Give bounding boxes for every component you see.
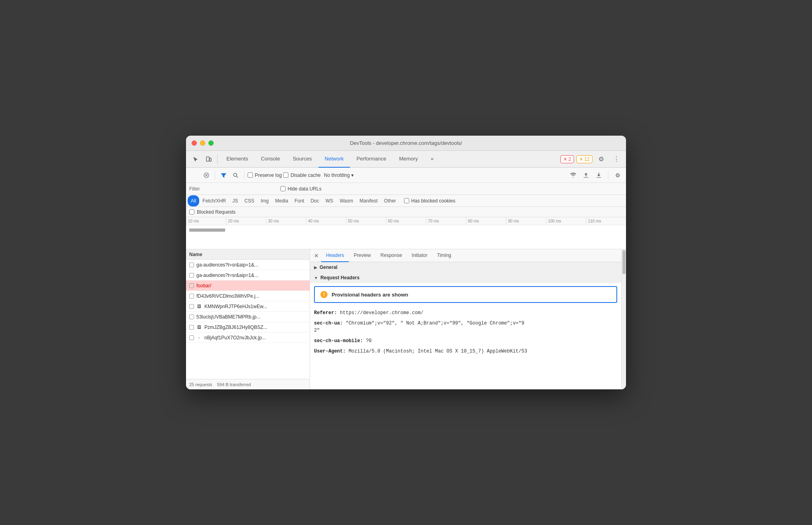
transferred-size: 594 B transferred (217, 382, 251, 387)
triangle-icon: ▶ (314, 265, 317, 270)
resource-tab-js[interactable]: JS (229, 195, 241, 206)
disable-cache-checkbox[interactable] (283, 172, 288, 178)
resource-tab-other[interactable]: Other (381, 195, 399, 206)
file-list-header: Name (186, 249, 310, 260)
item-name: ga-audiences?t=sr&aip=1&... (196, 262, 306, 268)
hide-data-urls-text: Hide data URLs (288, 186, 322, 192)
tab-elements[interactable]: Elements (220, 151, 254, 168)
has-blocked-cookies-label[interactable]: Has blocked cookies (404, 198, 455, 204)
svg-point-5 (234, 173, 237, 176)
list-item[interactable]: ga-audiences?t=sr&aip=1&... (186, 260, 310, 270)
resource-tab-css[interactable]: CSS (241, 195, 258, 206)
errors-count: 2 (568, 156, 571, 162)
settings-icon[interactable]: ⚙ (595, 153, 608, 166)
cursor-icon[interactable] (189, 153, 202, 166)
item-name: 53luclsjUVBaBME7MPRb.jp... (196, 314, 306, 320)
tab-timing[interactable]: Timing (432, 249, 456, 262)
request-headers-section-header[interactable]: ▼ Request Headers (310, 273, 621, 283)
header-name: sec-ch-ua: (314, 321, 346, 326)
tick-50ms: 50 ms (346, 217, 386, 225)
tab-more[interactable]: » (424, 151, 440, 168)
list-item[interactable]: 🖼 PzmJZBgZBJ612Hy8QBSZ... (186, 322, 310, 333)
warning-triangle-icon: ! (320, 291, 328, 298)
warnings-badge[interactable]: ✕ 12 (576, 155, 592, 163)
wifi-icon[interactable] (568, 170, 578, 180)
hide-data-urls-label[interactable]: Hide data URLs (280, 186, 322, 192)
resource-tab-doc[interactable]: Doc (307, 195, 322, 206)
preserve-log-label[interactable]: Preserve log (248, 172, 282, 178)
resource-tab-font[interactable]: Font (291, 195, 307, 206)
tab-response[interactable]: Response (376, 249, 407, 262)
tab-preview[interactable]: Preview (349, 249, 376, 262)
header-sec-ch-ua: sec-ch-ua: "Chromium";v="92", " Not A;Br… (314, 318, 617, 336)
list-item[interactable]: 53luclsjUVBaBME7MPRb.jp... (186, 312, 310, 322)
tab-initiator[interactable]: Initiator (407, 249, 432, 262)
tab-separator (217, 154, 218, 164)
tabs-right-actions: ✕ 2 ✕ 12 ⚙ ⋮ (560, 153, 623, 166)
header-value: "Chromium";v="92", " Not A;Brand";v="99"… (314, 321, 524, 333)
resource-tab-all[interactable]: All (188, 195, 199, 206)
resource-tab-fetch-xhr[interactable]: Fetch/XHR (199, 195, 229, 206)
headers-content: ▶ General ▼ Request Headers ! Provisiona… (310, 262, 621, 389)
titlebar: DevTools - developer.chrome.com/tags/dev… (186, 136, 626, 151)
resource-tab-ws[interactable]: WS (322, 195, 336, 206)
tab-memory[interactable]: Memory (393, 151, 424, 168)
list-item[interactable]: ga-audiences?t=sr&aip=1&... (186, 270, 310, 281)
resource-tab-wasm[interactable]: Wasm (336, 195, 356, 206)
header-name: User-Agent: (314, 349, 348, 354)
window-title: DevTools - developer.chrome.com/tags/dev… (350, 140, 462, 146)
maximize-button[interactable] (208, 140, 214, 146)
has-blocked-cookies-checkbox[interactable] (404, 198, 409, 203)
toolbar-sep-right (608, 171, 608, 179)
minus-icon: - (196, 335, 202, 341)
hide-data-urls-checkbox[interactable] (280, 186, 286, 191)
tab-network[interactable]: Network (318, 151, 350, 168)
upload-icon[interactable] (581, 170, 591, 180)
filter-bar: Filter Hide data URLs (186, 183, 626, 195)
item-name: nBjAqf1PuX7O2nvJbJck.jp... (204, 335, 306, 341)
resource-tab-media[interactable]: Media (272, 195, 292, 206)
header-name: Referer: (314, 310, 340, 316)
device-icon[interactable] (202, 153, 215, 166)
list-item[interactable]: - nBjAqf1PuX7O2nvJbJck.jp... (186, 333, 310, 343)
download-icon[interactable] (594, 170, 604, 180)
minimize-button[interactable] (200, 140, 205, 146)
filter-label: Filter (189, 186, 200, 192)
search-icon[interactable] (230, 170, 241, 180)
devtools-window: DevTools - developer.chrome.com/tags/dev… (186, 136, 626, 389)
tab-console[interactable]: Console (254, 151, 286, 168)
headers-tabs: ✕ Headers Preview Response Initiator Tim… (310, 249, 621, 262)
item-checkbox (189, 262, 194, 267)
preserve-log-checkbox[interactable] (248, 172, 253, 178)
errors-badge[interactable]: ✕ 2 (560, 155, 574, 163)
more-options-icon[interactable]: ⋮ (610, 153, 623, 166)
timeline-ruler: 10 ms 20 ms 30 ms 40 ms 50 ms 60 ms 70 m… (186, 217, 626, 225)
throttle-dropdown[interactable]: No throttling ▾ (322, 172, 356, 179)
tab-performance[interactable]: Performance (350, 151, 392, 168)
scrollbar[interactable] (621, 249, 626, 389)
general-section-header[interactable]: ▶ General (310, 262, 621, 273)
close-button[interactable] (192, 140, 197, 146)
record-button[interactable] (189, 170, 200, 180)
filter-icon[interactable] (218, 170, 229, 180)
settings-network-icon[interactable]: ⚙ (612, 170, 623, 180)
tab-headers[interactable]: Headers (321, 249, 349, 262)
tick-30ms: 30 ms (266, 217, 306, 225)
disable-cache-label[interactable]: Disable cache (283, 172, 320, 178)
tick-10ms: 10 ms (186, 217, 226, 225)
scrollbar-thumb (622, 250, 626, 274)
throttle-text: No throttling (324, 172, 350, 178)
tab-sources[interactable]: Sources (286, 151, 318, 168)
blocked-requests-checkbox[interactable] (189, 209, 194, 214)
tick-60ms: 60 ms (386, 217, 426, 225)
resource-tab-img[interactable]: Img (258, 195, 272, 206)
resource-tab-manifest[interactable]: Manifest (356, 195, 381, 206)
panel-close-button[interactable]: ✕ (312, 251, 321, 260)
list-item[interactable]: fD43v6RiVCDlmo3WhVPe.j... (186, 291, 310, 301)
clear-button[interactable] (201, 170, 212, 180)
svg-line-6 (236, 176, 238, 178)
timeline-content (186, 225, 626, 249)
list-item-foobar[interactable]: foobar/ (186, 281, 310, 291)
item-checkbox (189, 325, 194, 330)
list-item[interactable]: 🖼 KMNWpnRJTP6eHJs1wEw... (186, 301, 310, 312)
